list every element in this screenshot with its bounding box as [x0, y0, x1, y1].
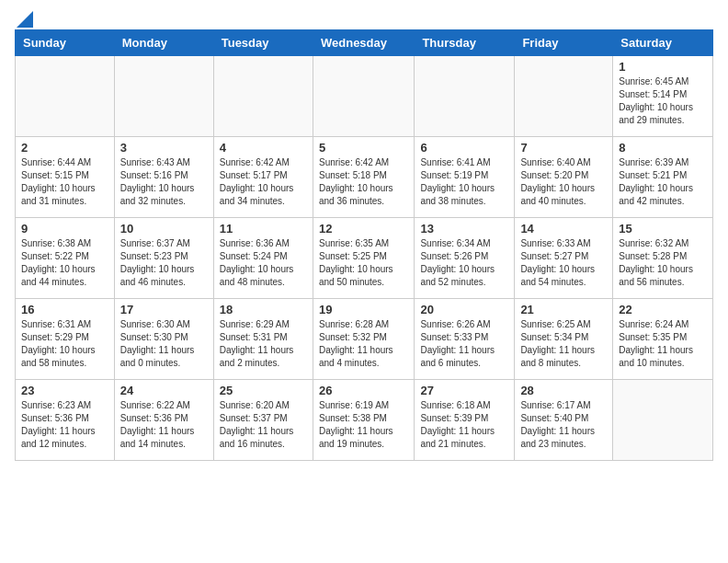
- day-number: 8: [619, 141, 707, 155]
- calendar-cell: 27Sunrise: 6:18 AMSunset: 5:39 PMDayligh…: [415, 380, 515, 461]
- calendar-cell: 23Sunrise: 6:23 AMSunset: 5:36 PMDayligh…: [16, 380, 115, 461]
- day-info: Sunrise: 6:43 AMSunset: 5:16 PMDaylight:…: [120, 156, 208, 208]
- calendar-cell: 19Sunrise: 6:28 AMSunset: 5:32 PMDayligh…: [313, 299, 414, 380]
- calendar-cell: 24Sunrise: 6:22 AMSunset: 5:36 PMDayligh…: [114, 380, 213, 461]
- calendar-cell: 28Sunrise: 6:17 AMSunset: 5:40 PMDayligh…: [515, 380, 613, 461]
- calendar-cell: 14Sunrise: 6:33 AMSunset: 5:27 PMDayligh…: [515, 218, 613, 299]
- calendar-cell: 9Sunrise: 6:38 AMSunset: 5:22 PMDaylight…: [16, 218, 115, 299]
- calendar-cell: 21Sunrise: 6:25 AMSunset: 5:34 PMDayligh…: [515, 299, 613, 380]
- calendar-cell: 6Sunrise: 6:41 AMSunset: 5:19 PMDaylight…: [415, 137, 515, 218]
- day-info: Sunrise: 6:29 AMSunset: 5:31 PMDaylight:…: [220, 318, 307, 370]
- day-number: 12: [319, 222, 408, 236]
- weekday-header-monday: Monday: [114, 30, 213, 56]
- day-info: Sunrise: 6:26 AMSunset: 5:33 PMDaylight:…: [420, 318, 508, 370]
- day-number: 7: [520, 141, 607, 155]
- day-info: Sunrise: 6:33 AMSunset: 5:27 PMDaylight:…: [520, 237, 607, 289]
- day-number: 6: [420, 141, 508, 155]
- day-info: Sunrise: 6:19 AMSunset: 5:38 PMDaylight:…: [319, 399, 408, 451]
- day-number: 25: [220, 384, 307, 397]
- day-info: Sunrise: 6:37 AMSunset: 5:23 PMDaylight:…: [120, 237, 208, 289]
- day-number: 27: [420, 384, 508, 397]
- day-info: Sunrise: 6:23 AMSunset: 5:36 PMDaylight:…: [21, 399, 108, 451]
- calendar-cell: 4Sunrise: 6:42 AMSunset: 5:17 PMDaylight…: [213, 137, 313, 218]
- day-info: Sunrise: 6:24 AMSunset: 5:35 PMDaylight:…: [619, 318, 707, 370]
- day-number: 22: [619, 303, 707, 316]
- calendar-cell: 7Sunrise: 6:40 AMSunset: 5:20 PMDaylight…: [515, 137, 613, 218]
- day-info: Sunrise: 6:28 AMSunset: 5:32 PMDaylight:…: [319, 318, 408, 370]
- day-info: Sunrise: 6:22 AMSunset: 5:36 PMDaylight:…: [120, 399, 208, 451]
- header-area: [15, 15, 713, 22]
- calendar-cell: 18Sunrise: 6:29 AMSunset: 5:31 PMDayligh…: [213, 299, 313, 380]
- calendar-cell: [213, 56, 313, 137]
- day-number: 23: [21, 384, 108, 397]
- logo-triangle-icon: [17, 11, 33, 28]
- day-number: 3: [120, 141, 208, 155]
- calendar-week-row: 2Sunrise: 6:44 AMSunset: 5:15 PMDaylight…: [16, 137, 713, 218]
- day-number: 4: [220, 141, 307, 155]
- weekday-header-saturday: Saturday: [613, 30, 713, 56]
- calendar-cell: 5Sunrise: 6:42 AMSunset: 5:18 PMDaylight…: [313, 137, 414, 218]
- day-number: 17: [120, 303, 208, 316]
- day-info: Sunrise: 6:39 AMSunset: 5:21 PMDaylight:…: [619, 156, 707, 208]
- calendar-cell: [313, 56, 414, 137]
- day-number: 11: [220, 222, 307, 236]
- weekday-header-sunday: Sunday: [16, 30, 115, 56]
- day-number: 14: [520, 222, 607, 236]
- day-info: Sunrise: 6:32 AMSunset: 5:28 PMDaylight:…: [619, 237, 707, 289]
- weekday-header-row: SundayMondayTuesdayWednesdayThursdayFrid…: [16, 30, 713, 56]
- day-info: Sunrise: 6:30 AMSunset: 5:30 PMDaylight:…: [120, 318, 208, 370]
- calendar-cell: 3Sunrise: 6:43 AMSunset: 5:16 PMDaylight…: [114, 137, 213, 218]
- calendar-cell: [613, 380, 713, 461]
- calendar-cell: 22Sunrise: 6:24 AMSunset: 5:35 PMDayligh…: [613, 299, 713, 380]
- day-number: 21: [520, 303, 607, 316]
- day-info: Sunrise: 6:17 AMSunset: 5:40 PMDaylight:…: [520, 399, 607, 451]
- day-info: Sunrise: 6:36 AMSunset: 5:24 PMDaylight:…: [220, 237, 307, 289]
- day-number: 28: [520, 384, 607, 397]
- day-number: 2: [21, 141, 108, 155]
- day-number: 20: [420, 303, 508, 316]
- day-info: Sunrise: 6:42 AMSunset: 5:18 PMDaylight:…: [319, 156, 408, 208]
- logo: [15, 15, 33, 22]
- day-number: 5: [319, 141, 408, 155]
- day-info: Sunrise: 6:44 AMSunset: 5:15 PMDaylight:…: [21, 156, 108, 208]
- day-info: Sunrise: 6:42 AMSunset: 5:17 PMDaylight:…: [220, 156, 307, 208]
- calendar-cell: 8Sunrise: 6:39 AMSunset: 5:21 PMDaylight…: [613, 137, 713, 218]
- day-number: 10: [120, 222, 208, 236]
- day-number: 18: [220, 303, 307, 316]
- day-info: Sunrise: 6:35 AMSunset: 5:25 PMDaylight:…: [319, 237, 408, 289]
- day-info: Sunrise: 6:45 AMSunset: 5:14 PMDaylight:…: [619, 75, 707, 127]
- calendar-cell: 1Sunrise: 6:45 AMSunset: 5:14 PMDaylight…: [613, 56, 713, 137]
- weekday-header-friday: Friday: [515, 30, 613, 56]
- day-info: Sunrise: 6:25 AMSunset: 5:34 PMDaylight:…: [520, 318, 607, 370]
- calendar-cell: 26Sunrise: 6:19 AMSunset: 5:38 PMDayligh…: [313, 380, 414, 461]
- calendar-cell: 13Sunrise: 6:34 AMSunset: 5:26 PMDayligh…: [415, 218, 515, 299]
- calendar-week-row: 1Sunrise: 6:45 AMSunset: 5:14 PMDaylight…: [16, 56, 713, 137]
- day-info: Sunrise: 6:31 AMSunset: 5:29 PMDaylight:…: [21, 318, 108, 370]
- calendar-cell: 17Sunrise: 6:30 AMSunset: 5:30 PMDayligh…: [114, 299, 213, 380]
- calendar-cell: 12Sunrise: 6:35 AMSunset: 5:25 PMDayligh…: [313, 218, 414, 299]
- calendar-cell: [16, 56, 115, 137]
- weekday-header-thursday: Thursday: [415, 30, 515, 56]
- day-number: 13: [420, 222, 508, 236]
- day-info: Sunrise: 6:18 AMSunset: 5:39 PMDaylight:…: [420, 399, 508, 451]
- day-number: 16: [21, 303, 108, 316]
- day-info: Sunrise: 6:41 AMSunset: 5:19 PMDaylight:…: [420, 156, 508, 208]
- day-info: Sunrise: 6:40 AMSunset: 5:20 PMDaylight:…: [520, 156, 607, 208]
- weekday-header-tuesday: Tuesday: [213, 30, 313, 56]
- day-info: Sunrise: 6:38 AMSunset: 5:22 PMDaylight:…: [21, 237, 108, 289]
- calendar-cell: 10Sunrise: 6:37 AMSunset: 5:23 PMDayligh…: [114, 218, 213, 299]
- day-number: 1: [619, 60, 707, 74]
- calendar-cell: 25Sunrise: 6:20 AMSunset: 5:37 PMDayligh…: [213, 380, 313, 461]
- calendar-table: SundayMondayTuesdayWednesdayThursdayFrid…: [15, 29, 713, 461]
- calendar-cell: [515, 56, 613, 137]
- day-info: Sunrise: 6:20 AMSunset: 5:37 PMDaylight:…: [220, 399, 307, 451]
- calendar-cell: [415, 56, 515, 137]
- calendar-cell: 15Sunrise: 6:32 AMSunset: 5:28 PMDayligh…: [613, 218, 713, 299]
- day-number: 15: [619, 222, 707, 236]
- day-number: 19: [319, 303, 408, 316]
- weekday-header-wednesday: Wednesday: [313, 30, 414, 56]
- calendar-cell: [114, 56, 213, 137]
- calendar-cell: 11Sunrise: 6:36 AMSunset: 5:24 PMDayligh…: [213, 218, 313, 299]
- day-number: 24: [120, 384, 208, 397]
- calendar-cell: 16Sunrise: 6:31 AMSunset: 5:29 PMDayligh…: [16, 299, 115, 380]
